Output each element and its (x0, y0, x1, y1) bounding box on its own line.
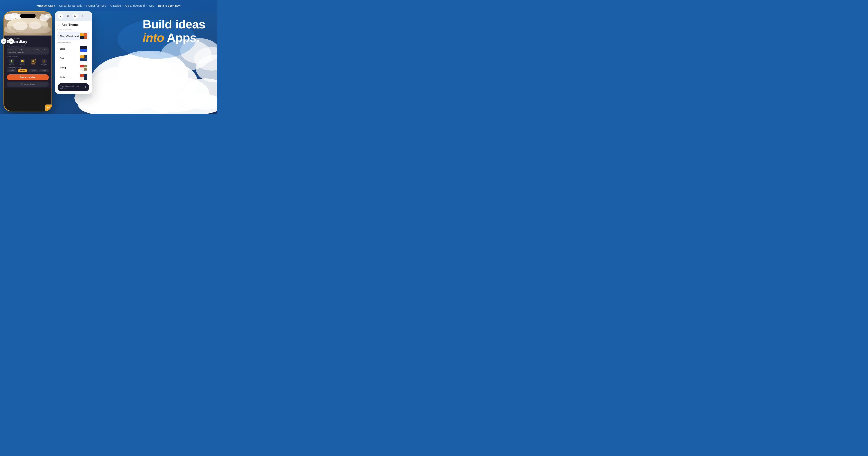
phone-mockup: 9:41 ▮▮▮ ⌾ ▭ (3, 11, 52, 111)
nav-item-ios[interactable]: iOS and Android (125, 4, 145, 7)
hero-into: into (143, 31, 164, 44)
spring-swatch-bot (80, 68, 87, 70)
undo-redo-group: ↩ ↪ (1, 38, 14, 44)
alice-swatch-top (80, 33, 87, 36)
phone-frame: 9:41 ▮▮▮ ⌾ ▭ (3, 11, 52, 111)
theme-rusty-name: Rusty (60, 76, 65, 78)
hero-line1: Build ideas (143, 18, 205, 31)
battery-icon: ▭ (46, 14, 48, 16)
try-sample-button[interactable]: Try sample dream (7, 82, 49, 87)
theme-alice[interactable]: Alice in Wonderland (58, 32, 89, 40)
svg-point-1 (118, 51, 188, 98)
svg-point-2 (90, 67, 153, 110)
hero-section: Build ideas into Apps. (143, 18, 205, 44)
svg-point-4 (118, 51, 168, 86)
theme-basic[interactable]: Basic (58, 45, 89, 53)
stop-icon: ■ (60, 15, 61, 17)
theme-dark[interactable]: Dark (58, 54, 89, 62)
theme-rusty[interactable]: Rusty (58, 73, 89, 81)
undo-button[interactable]: ↩ (1, 38, 6, 44)
spring-swatch-top (80, 65, 87, 67)
feel-drained-icon: 🔋 (9, 59, 14, 64)
brand-logo[interactable]: mindOne.app (36, 4, 55, 7)
dark-swatch-top (80, 55, 87, 58)
theme-send-icon: ✈ (85, 86, 87, 89)
nav-separator-3: ● (107, 5, 108, 6)
phone-dream-input[interactable]: It was a dream within a dream, ventured … (7, 48, 49, 55)
nav-separator-4: ● (122, 5, 123, 6)
alice-swatch-bot (80, 36, 87, 39)
feel-normal[interactable]: 😐 Normal (18, 59, 27, 65)
theme-dark-name: Dark (60, 57, 64, 59)
theme-basic-name: Basic (60, 48, 65, 50)
svg-point-23 (29, 21, 41, 29)
generated-section-label: Generated theme (58, 29, 89, 31)
toolbar-monitor-button[interactable]: 🖥 (65, 13, 70, 19)
theme-rusty-colors (80, 74, 87, 80)
basic-swatch-bot (80, 49, 87, 52)
nav-separator-2: ● (84, 5, 85, 6)
nav-separator-5: ● (146, 5, 147, 6)
svg-point-13 (196, 55, 217, 82)
phone-feel-label: How do you feel? (7, 56, 49, 57)
feel-energetic-icon: ⚡ (41, 59, 46, 64)
phone-sleep-label: How long did you sleep? (7, 67, 49, 68)
nav-item-beta[interactable]: Beta is open now (158, 4, 181, 7)
mindone-badge-text: m/ (47, 107, 50, 109)
theme-panel-title: App Theme (62, 23, 79, 27)
mindone-badge: m/ (45, 105, 52, 111)
feel-fresh[interactable]: ✨ Fresh (28, 59, 38, 65)
nav-separator-1: ● (57, 5, 58, 6)
feel-energetic[interactable]: ⚡ Energetic (39, 59, 49, 65)
svg-point-7 (78, 94, 176, 114)
feel-fresh-label: Fresh (32, 64, 35, 65)
theme-generate-input[interactable]: Type to generate your colors... ✈ (58, 83, 89, 91)
save-analyse-button[interactable]: Save and analyse (7, 74, 49, 80)
theme-spring-colors (80, 65, 87, 70)
hero-line2: into Apps. (143, 31, 205, 44)
theme-toolbar: ■ 🖥 ▶ ✈ (55, 11, 92, 21)
svg-point-9 (182, 79, 217, 110)
phone-time: 9:41 (8, 13, 12, 16)
theme-dark-colors (80, 55, 87, 61)
feel-normal-label: Normal (20, 64, 25, 65)
phone-status-icons: ▮▮▮ ⌾ ▭ (41, 14, 48, 16)
svg-point-6 (143, 77, 210, 112)
theme-alice-colors (80, 33, 87, 39)
svg-point-8 (147, 92, 217, 114)
toolbar-send-button[interactable]: ✈ (80, 13, 85, 19)
feel-energetic-label: Energetic (41, 64, 46, 65)
nav-item-framer[interactable]: Framer for Apps (86, 4, 106, 7)
hero-apps: Apps. (167, 31, 199, 44)
nav-item-ai[interactable]: AI Native (110, 4, 121, 7)
theme-panel: ■ 🖥 ▶ ✈ ← App Theme Generated theme Alic… (55, 11, 92, 94)
svg-point-22 (13, 22, 28, 30)
toolbar-stop-button[interactable]: ■ (58, 13, 63, 19)
toolbar-play-button[interactable]: ▶ (72, 13, 78, 19)
phone-feel-options: 🔋 Drained 😐 Normal ✨ Fresh ⚡ Energetic (7, 59, 49, 65)
back-arrow-icon: ← (58, 23, 60, 26)
theme-basic-colors (80, 46, 87, 52)
theme-spring[interactable]: Spring (58, 63, 89, 72)
redo-button[interactable]: ↪ (8, 38, 14, 44)
sleep-6to8[interactable]: 6-8 HRS (28, 69, 38, 72)
theme-back-nav[interactable]: ← App Theme (58, 23, 89, 27)
rusty-swatch-bot (80, 77, 87, 80)
wifi-icon: ⌾ (44, 14, 45, 16)
feel-normal-icon: 😐 (20, 59, 25, 64)
rusty-swatch-top (80, 74, 87, 77)
available-section-label: Available themes (58, 41, 89, 44)
phone-dream-label: What was your dream about? (7, 45, 49, 47)
theme-input-placeholder: Type to generate your colors... (60, 85, 85, 89)
feel-drained[interactable]: 🔋 Drained (7, 59, 17, 65)
nav-item-cursor[interactable]: Cursor for No-code (59, 4, 83, 7)
basic-swatch-top (80, 46, 87, 49)
sleep-lt4[interactable]: <4 HRS (7, 69, 17, 72)
svg-point-12 (194, 47, 217, 70)
svg-point-0 (90, 55, 176, 110)
signal-icon: ▮▮▮ (41, 14, 44, 16)
nav-item-web[interactable]: Web (149, 4, 154, 7)
sleep-4to6[interactable]: 4-6 HRS (18, 69, 27, 72)
sleep-8plus[interactable]: 8+ HRS (39, 69, 49, 72)
phone-sleep-options: <4 HRS 4-6 HRS 6-8 HRS 8+ HRS (7, 69, 49, 72)
